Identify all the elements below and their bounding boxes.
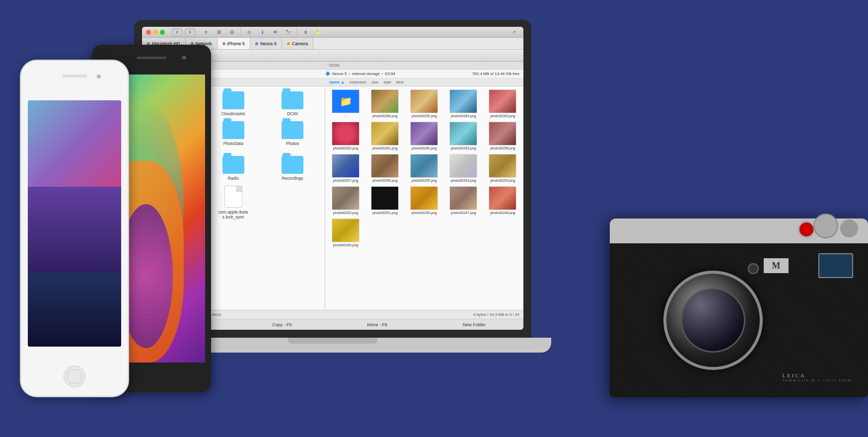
photo-thumb xyxy=(332,122,360,146)
copy-button[interactable]: Copy - F5 xyxy=(272,322,292,327)
photo-thumb xyxy=(410,186,438,210)
tab-label: iPhone 5 xyxy=(227,41,245,46)
move-button[interactable]: Move - F6 xyxy=(367,322,387,327)
photo-245[interactable]: photo00245.png xyxy=(328,218,363,247)
right-view-icon: 🔷 xyxy=(325,72,330,76)
newfolder-button[interactable]: New Folder xyxy=(463,322,486,327)
photo-thumb xyxy=(489,186,516,210)
view-columns-icon[interactable]: ⊟ xyxy=(226,27,237,38)
breadcrumb-storage: Internal storage xyxy=(352,72,380,76)
sort-extension[interactable]: extension xyxy=(345,80,366,84)
photo-263[interactable]: photo00263.png xyxy=(485,89,520,118)
close-button[interactable] xyxy=(146,30,151,35)
leica-brand: LEICA xyxy=(782,372,853,378)
leica-brand-text: LEICA SUMMILUX-M 1:1.4/35 ASPH. xyxy=(782,372,853,382)
leica-lens-name: SUMMILUX-M 1:1.4/35 ASPH. xyxy=(782,378,853,382)
photo-256[interactable]: photo00256.png xyxy=(367,154,403,182)
photo-259[interactable]: photo00259.png xyxy=(446,122,481,150)
binoculars-icon[interactable]: 🔭 xyxy=(283,27,293,38)
leica-lens-inner xyxy=(681,288,745,353)
photo-258[interactable]: photo00258.png xyxy=(485,122,520,150)
photo-261[interactable]: photo00261.png xyxy=(367,122,403,150)
iphone-body xyxy=(20,60,129,397)
maximize-button[interactable] xyxy=(160,30,165,35)
minimize-button[interactable] xyxy=(153,30,158,35)
folder-icon xyxy=(282,91,303,109)
photo-label: photo00252.png xyxy=(333,211,359,215)
photo-257[interactable]: photo00257.png xyxy=(328,154,363,182)
folder-recordings[interactable]: Recordings xyxy=(265,156,319,181)
leica-top-knob2 xyxy=(840,219,858,237)
forward-button[interactable]: › xyxy=(185,28,196,36)
photo-thumb xyxy=(449,122,477,146)
folder-dcim[interactable]: DCIM xyxy=(265,91,319,116)
preview-icon[interactable]: 👁 xyxy=(270,27,281,38)
photo-266[interactable]: photo00266.png xyxy=(367,89,403,118)
folder-label: CloudAssets xyxy=(221,111,245,116)
leica-body: M LEICA SUMMILUX-M 1:1.4/35 ASPH. xyxy=(610,218,868,397)
sort-size[interactable]: size xyxy=(366,80,378,84)
iphone-speaker xyxy=(62,74,87,77)
photo-thumb xyxy=(332,186,360,210)
photo-246[interactable]: photo00246.png xyxy=(485,186,520,215)
photo-label: photo00258.png xyxy=(490,146,515,150)
photo-label: photo00262.png xyxy=(333,146,359,150)
folder-icon xyxy=(282,121,303,139)
right-status: 0 bytes / 16.3 MB in 0 / 24 xyxy=(473,312,519,317)
leica-lens xyxy=(663,271,763,370)
folder-photos[interactable]: Photos xyxy=(265,121,319,151)
back-button[interactable]: ‹ xyxy=(172,28,183,36)
photo-247[interactable]: photo00247.png xyxy=(446,186,481,215)
folder-photodata[interactable]: PhotoData xyxy=(206,121,260,151)
folder-icon xyxy=(222,91,244,109)
photo-252[interactable]: photo00252.png xyxy=(328,186,363,215)
sort-kind2[interactable]: kind xyxy=(391,80,404,84)
photo-253[interactable]: photo00253.png xyxy=(485,154,520,182)
photo-255[interactable]: photo00255.png xyxy=(407,154,442,182)
view-list-icon[interactable]: ≡ xyxy=(201,27,212,38)
file-icon xyxy=(224,186,242,208)
photo-250[interactable]: photo00250.png xyxy=(407,186,442,215)
photo-251[interactable]: photo00251.png xyxy=(367,186,403,215)
leica-lens-outer xyxy=(663,271,763,370)
photo-label: photo00257.png xyxy=(333,179,359,182)
disk-dot xyxy=(222,42,225,45)
photo-label: photo00261.png xyxy=(372,146,398,150)
photo-260[interactable]: photo00260.png xyxy=(407,122,442,150)
sort-date[interactable]: date xyxy=(378,80,391,84)
iphone-white xyxy=(20,60,129,397)
tab-iphone5[interactable]: iPhone 5 xyxy=(217,38,251,49)
folder-icon xyxy=(222,121,244,139)
folder-label: DCIM xyxy=(287,111,298,116)
tab-nexus5[interactable]: Nexus 5 xyxy=(250,38,282,49)
laptop-base-center xyxy=(288,338,377,344)
share-icon[interactable]: ↗ xyxy=(508,27,519,38)
photo-thumb xyxy=(332,218,360,242)
photo-thumb xyxy=(489,89,516,113)
pause-icon[interactable]: ⏸ xyxy=(300,27,311,38)
photo-254[interactable]: photo00254.png xyxy=(446,154,481,182)
leica-shutter-button[interactable] xyxy=(799,222,813,236)
toggle-icon[interactable]: ⊙ xyxy=(244,27,255,38)
folder-cloudassets[interactable]: CloudAssets xyxy=(206,91,260,116)
photo-265[interactable]: photo00265.png xyxy=(407,89,442,118)
folder-icon[interactable]: 📁 xyxy=(313,27,324,38)
col-dcim: DCIM xyxy=(325,63,519,68)
info-icon[interactable]: ℹ xyxy=(257,27,268,38)
photo-item-back[interactable]: 📁 .. xyxy=(328,89,363,118)
file-itunes[interactable]: com.apple.itunes.lock_sync xyxy=(206,186,260,219)
sort-name[interactable]: name ▲ xyxy=(325,80,345,84)
tab-camera[interactable]: Camera xyxy=(282,38,313,49)
photo-264[interactable]: photo00264.png xyxy=(446,89,481,118)
folder-label: Recordings xyxy=(282,176,303,181)
photo-label: photo00260.png xyxy=(412,146,437,150)
photo-262[interactable]: photo00262.png xyxy=(328,122,363,150)
iphone-home-button[interactable] xyxy=(64,365,85,387)
disk-dot xyxy=(255,42,258,45)
photo-label: photo00256.png xyxy=(372,179,398,182)
view-icon-icon[interactable]: ⊞ xyxy=(214,27,224,38)
file-label: com.apple.itunes.lock_sync xyxy=(218,210,248,219)
folder-radio[interactable]: Radio xyxy=(206,156,260,181)
finder-titlebar: ‹ › ≡ ⊞ ⊟ ⊙ ℹ 👁 🔭 ⏸ 📁 ↗ xyxy=(142,27,523,38)
photo-label: photo00251.png xyxy=(372,211,398,215)
